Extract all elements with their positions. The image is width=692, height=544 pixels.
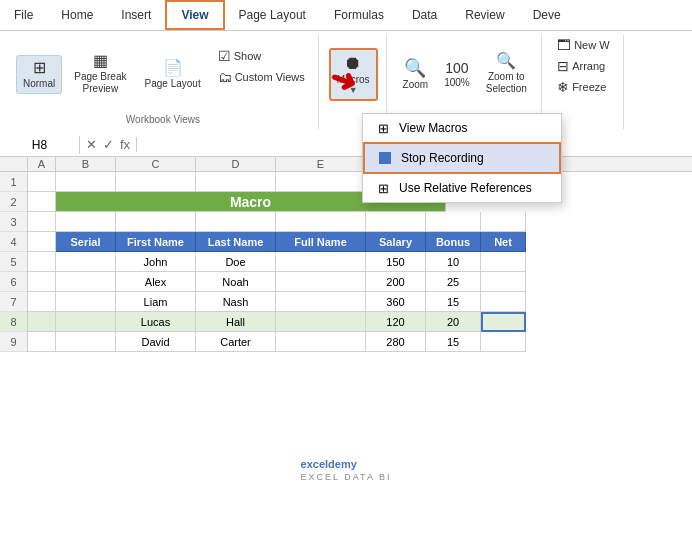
cell-d3[interactable] — [196, 212, 276, 232]
tab-formulas[interactable]: Formulas — [320, 0, 398, 30]
cell-d5[interactable]: Doe — [196, 252, 276, 272]
arrange-button[interactable]: ⊟ Arrang — [552, 56, 614, 76]
use-relative-item[interactable]: ⊞ Use Relative References — [363, 174, 561, 202]
cell-b8[interactable] — [56, 312, 116, 332]
cell-c4[interactable]: First Name — [116, 232, 196, 252]
cell-d9[interactable]: Carter — [196, 332, 276, 352]
cell-c7[interactable]: Liam — [116, 292, 196, 312]
cell-f7[interactable]: 360 — [366, 292, 426, 312]
cell-e6[interactable] — [276, 272, 366, 292]
cell-g8[interactable]: 20 — [426, 312, 481, 332]
normal-button[interactable]: ⊞ Normal — [16, 55, 62, 94]
cell-e5[interactable] — [276, 252, 366, 272]
zoom-button[interactable]: 🔍 Zoom — [397, 55, 435, 94]
row-num-9[interactable]: 9 — [0, 332, 27, 352]
cell-h9[interactable] — [481, 332, 526, 352]
cell-a4[interactable] — [28, 232, 56, 252]
cell-e8[interactable] — [276, 312, 366, 332]
cell-e3[interactable] — [276, 212, 366, 232]
cell-d7[interactable]: Nash — [196, 292, 276, 312]
row-num-1[interactable]: 1 — [0, 172, 27, 192]
cancel-icon[interactable]: ✕ — [86, 137, 97, 152]
cell-c1[interactable] — [116, 172, 196, 192]
cell-c6[interactable]: Alex — [116, 272, 196, 292]
cell-d4[interactable]: Last Name — [196, 232, 276, 252]
cell-a8[interactable] — [28, 312, 56, 332]
view-macros-item[interactable]: ⊞ View Macros — [363, 114, 561, 142]
cell-g3[interactable] — [426, 212, 481, 232]
cell-a2[interactable] — [28, 192, 56, 212]
cell-c9[interactable]: David — [116, 332, 196, 352]
cell-f9[interactable]: 280 — [366, 332, 426, 352]
cell-g7[interactable]: 15 — [426, 292, 481, 312]
page-break-button[interactable]: ▦ Page Break Preview — [68, 49, 132, 99]
cell-g6[interactable]: 25 — [426, 272, 481, 292]
new-window-button[interactable]: 🗔 New W — [552, 35, 614, 55]
cell-g9[interactable]: 15 — [426, 332, 481, 352]
row-num-5[interactable]: 5 — [0, 252, 27, 272]
cell-h3[interactable] — [481, 212, 526, 232]
cell-b6[interactable] — [56, 272, 116, 292]
row-num-6[interactable]: 6 — [0, 272, 27, 292]
tab-develop[interactable]: Deve — [519, 0, 575, 30]
zoom-100-button[interactable]: 100 100% — [438, 57, 476, 92]
col-header-a[interactable]: A — [28, 157, 56, 171]
cell-a1[interactable] — [28, 172, 56, 192]
cell-h7[interactable] — [481, 292, 526, 312]
cell-b1[interactable] — [56, 172, 116, 192]
cell-a3[interactable] — [28, 212, 56, 232]
cell-c8[interactable]: Lucas — [116, 312, 196, 332]
cell-h6[interactable] — [481, 272, 526, 292]
cell-d8[interactable]: Hall — [196, 312, 276, 332]
cell-h5[interactable] — [481, 252, 526, 272]
row-num-2[interactable]: 2 — [0, 192, 27, 212]
tab-file[interactable]: File — [0, 0, 47, 30]
col-header-c[interactable]: C — [116, 157, 196, 171]
col-header-e[interactable]: E — [276, 157, 366, 171]
cell-b7[interactable] — [56, 292, 116, 312]
tab-review[interactable]: Review — [451, 0, 518, 30]
cell-e7[interactable] — [276, 292, 366, 312]
cell-c5[interactable]: John — [116, 252, 196, 272]
cell-d1[interactable] — [196, 172, 276, 192]
cell-b3[interactable] — [56, 212, 116, 232]
show-button[interactable]: ☑ Show — [213, 46, 310, 66]
cell-h8[interactable] — [481, 312, 526, 332]
cell-f3[interactable] — [366, 212, 426, 232]
cell-a9[interactable] — [28, 332, 56, 352]
tab-insert[interactable]: Insert — [107, 0, 165, 30]
page-layout-button[interactable]: 📄 Page Layout — [139, 56, 207, 93]
cell-f4[interactable]: Salary — [366, 232, 426, 252]
cell-b4[interactable]: Serial — [56, 232, 116, 252]
cell-f8[interactable]: 120 — [366, 312, 426, 332]
cell-e4[interactable]: Full Name — [276, 232, 366, 252]
cell-f6[interactable]: 200 — [366, 272, 426, 292]
custom-views-button[interactable]: 🗂 Custom Views — [213, 67, 310, 87]
cell-a5[interactable] — [28, 252, 56, 272]
cell-reference[interactable]: H8 — [0, 136, 80, 154]
cell-b9[interactable] — [56, 332, 116, 352]
cell-a6[interactable] — [28, 272, 56, 292]
cell-g4[interactable]: Bonus — [426, 232, 481, 252]
cell-a7[interactable] — [28, 292, 56, 312]
row-num-7[interactable]: 7 — [0, 292, 27, 312]
row-num-4[interactable]: 4 — [0, 232, 27, 252]
stop-recording-item[interactable]: Stop Recording — [363, 142, 561, 174]
col-header-b[interactable]: B — [56, 157, 116, 171]
row-num-3[interactable]: 3 — [0, 212, 27, 232]
cell-d6[interactable]: Noah — [196, 272, 276, 292]
zoom-selection-button[interactable]: 🔍 Zoom to Selection — [480, 49, 533, 99]
cell-h4[interactable]: Net — [481, 232, 526, 252]
tab-page-layout[interactable]: Page Layout — [225, 0, 320, 30]
cell-e9[interactable] — [276, 332, 366, 352]
tab-view[interactable]: View — [165, 0, 224, 30]
cell-g5[interactable]: 10 — [426, 252, 481, 272]
col-header-d[interactable]: D — [196, 157, 276, 171]
row-num-8[interactable]: 8 — [0, 312, 27, 332]
cell-e1[interactable] — [276, 172, 366, 192]
freeze-button[interactable]: ❄ Freeze — [552, 77, 614, 97]
cell-f5[interactable]: 150 — [366, 252, 426, 272]
confirm-icon[interactable]: ✓ — [103, 137, 114, 152]
tab-data[interactable]: Data — [398, 0, 451, 30]
cell-b5[interactable] — [56, 252, 116, 272]
